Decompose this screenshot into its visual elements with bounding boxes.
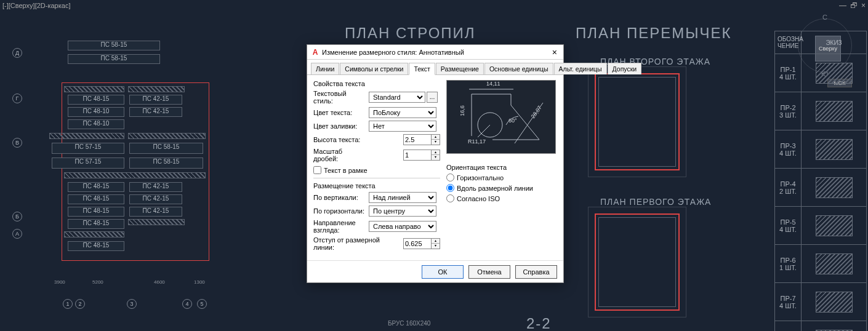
label-offset: Отступ от размерной линии: <box>313 236 393 251</box>
axis-marker: Д <box>12 48 22 58</box>
offset-spinner[interactable]: ▴▾ <box>432 238 440 249</box>
drawing-title-1st-floor: ПЛАН ПЕРВОГО ЭТАЖА <box>600 197 711 207</box>
tab-альт-единицы[interactable]: Альт. единицы <box>554 63 607 74</box>
table-row: ПР-8 <box>774 321 867 331</box>
section-label-22: 2-2 <box>526 315 552 331</box>
drawing-title-stropil: ПЛАН СТРОПИЛ <box>345 25 476 42</box>
row-sketch <box>802 283 867 321</box>
dialog-tabstrip: ЛинииСимволы и стрелкиТекстРазмещениеОсн… <box>307 60 563 75</box>
close-button[interactable]: × <box>861 1 866 10</box>
tab-символы-и-стрелки[interactable]: Символы и стрелки <box>340 63 408 74</box>
document-title: [-][Сверху][2D-каркас] <box>2 2 70 9</box>
tab-линии[interactable]: Линии <box>311 63 339 74</box>
text-style-browse-button[interactable]: ... <box>427 92 438 103</box>
text-color-select[interactable]: ПоБлоку <box>369 107 436 118</box>
beam-note: БРУС 160X240 <box>388 320 430 327</box>
label-orient-iso: Согласно ISO <box>457 195 500 202</box>
label-text-height: Высота текста: <box>313 136 365 143</box>
drawing-title-peremychek: ПЛАН ПЕРЕМЫЧЕК <box>576 25 732 42</box>
axis-marker: В <box>12 138 22 148</box>
row-sketch <box>802 169 867 207</box>
help-button[interactable]: Справка <box>515 265 557 279</box>
table-row: ПР-34 ШТ. <box>774 130 867 169</box>
tab-допуски[interactable]: Допуски <box>608 63 642 74</box>
dimstyle-dialog: A Изменение размерного стиля: Аннотативн… <box>307 44 564 283</box>
horizontal-placement-select[interactable]: По центру <box>369 205 436 217</box>
orient-along-line-radio[interactable] <box>446 184 454 192</box>
dialog-title: Изменение размерного стиля: Аннотативный <box>322 49 464 56</box>
minimize-button[interactable]: — <box>839 1 846 10</box>
text-frame-checkbox[interactable] <box>313 166 321 174</box>
table-row: ПР-23 ШТ. <box>774 92 867 130</box>
table-header-designation: ОБОЗНА ЧЕНИЕ <box>774 31 802 54</box>
dimension-preview: 14,11 16,6 28,07 R11,17 60° <box>446 80 556 154</box>
fraction-scale-input[interactable] <box>403 150 432 161</box>
dialog-close-button[interactable]: × <box>550 47 560 57</box>
text-height-spinner[interactable]: ▴▾ <box>432 134 440 145</box>
axis-marker: 4 <box>182 299 192 309</box>
label-horizontal: По горизонтали: <box>313 207 365 215</box>
tab-текст[interactable]: Текст <box>409 63 435 75</box>
row-designation: ПР-14 ШТ. <box>774 54 802 92</box>
dim-label: 5200 <box>92 279 103 285</box>
ok-button[interactable]: ОК <box>422 265 464 279</box>
row-sketch <box>802 321 867 331</box>
axis-marker: А <box>12 229 22 239</box>
row-designation: ПР-34 ШТ. <box>774 130 802 169</box>
plan-drawing-left[interactable]: ПС 58-15 ПС 58-15 ПС 48-15 ПС 48-10 ПС 4… <box>43 37 215 301</box>
floor-plan-2[interactable] <box>588 66 686 177</box>
text-style-select[interactable]: Standard <box>369 92 425 103</box>
floor-plan-1[interactable] <box>588 207 686 317</box>
label-vertical: По вертикали: <box>313 194 365 201</box>
row-sketch <box>802 130 867 169</box>
preview-dim-radius: R11,17 <box>468 138 486 145</box>
table-row: ПР-74 ШТ. <box>774 283 867 321</box>
tab-основные-единицы[interactable]: Основные единицы <box>484 63 553 74</box>
fill-color-select[interactable]: Нет <box>369 121 436 132</box>
restore-button[interactable]: 🗗 <box>850 1 858 10</box>
axis-marker: 3 <box>127 299 137 309</box>
app-titlebar: [-][Сверху][2D-каркас] — 🗗 × <box>0 0 868 11</box>
table-row: ПР-14 ШТ. <box>774 54 867 92</box>
view-direction-select[interactable]: Слева направо <box>369 221 436 232</box>
table-header-sketch: ЭКИЗ <box>802 31 867 54</box>
row-designation: ПР-74 ШТ. <box>774 283 802 321</box>
orient-horizontal-radio[interactable] <box>446 173 454 181</box>
row-sketch <box>802 245 867 283</box>
window-controls: — 🗗 × <box>839 1 866 10</box>
section-text-orientation: Ориентация текста <box>446 164 557 171</box>
label-fraction-scale: Масштаб дробей: <box>313 148 365 162</box>
label-fill-color: Цвет заливки: <box>313 122 365 130</box>
tab-размещение[interactable]: Размещение <box>436 63 484 74</box>
cancel-button[interactable]: Отмена <box>468 265 510 279</box>
row-sketch <box>802 92 867 130</box>
row-designation: ПР-54 ШТ. <box>774 207 802 245</box>
fraction-scale-spinner[interactable]: ▴▾ <box>432 150 440 161</box>
vertical-placement-select[interactable]: Над линией <box>369 192 436 203</box>
dialog-titlebar[interactable]: A Изменение размерного стиля: Аннотативн… <box>307 45 563 60</box>
dim-label: 1300 <box>194 279 205 285</box>
preview-dim-top: 14,11 <box>486 81 500 87</box>
axis-marker: Б <box>12 212 22 221</box>
label-text-frame: Текст в рамке <box>324 167 368 174</box>
label-text-style: Текстовый стиль: <box>313 90 365 105</box>
offset-input[interactable] <box>403 238 432 249</box>
dim-label: 4600 <box>154 279 165 285</box>
table-row: ПР-54 ШТ. <box>774 207 867 245</box>
table-row: ПР-61 ШТ. <box>774 245 867 283</box>
axis-marker: 2 <box>75 299 85 309</box>
row-designation: ПР-42 ШТ. <box>774 169 802 207</box>
orient-iso-radio[interactable] <box>446 194 454 202</box>
axis-marker: Г <box>12 94 22 103</box>
section-text-placement: Размещение текста <box>313 182 440 189</box>
lintel-schedule-table: ОБОЗНА ЧЕНИЕ ЭКИЗ ПР-14 ШТ.ПР-23 ШТ.ПР-3… <box>774 31 867 331</box>
dim-label: 3900 <box>54 279 65 285</box>
row-designation: ПР-23 ШТ. <box>774 92 802 130</box>
table-row: ПР-42 ШТ. <box>774 169 867 207</box>
compass-north: С <box>822 14 827 21</box>
text-height-input[interactable] <box>403 134 432 145</box>
label-text-color: Цвет текста: <box>313 109 365 116</box>
row-designation: ПР-8 <box>774 321 802 331</box>
preview-dim-angle: 60° <box>508 118 517 124</box>
label-view-direction: Направление взгляда: <box>313 219 365 234</box>
